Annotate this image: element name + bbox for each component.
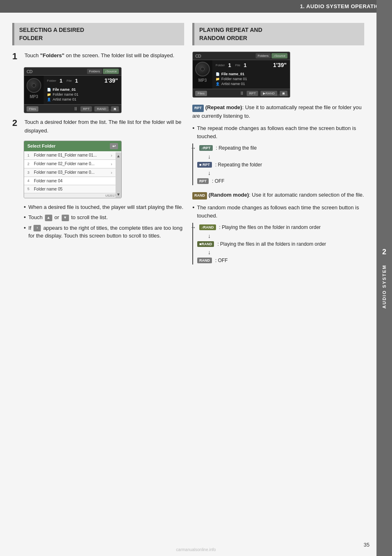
folder-name-4: Folder name 04 — [34, 179, 62, 183]
down-arrow-2: ↓ — [208, 170, 211, 176]
rpt-btn-3[interactable]: RPT — [247, 91, 258, 96]
screen-3-top-bar: CD Folders ♪Source — [193, 52, 290, 60]
random-mode-title: (Random mode) — [209, 192, 249, 198]
repeat-bullet-1: The repeat mode changes as follows each … — [192, 124, 364, 140]
file-list-1: 📄 File name_01 📁 Folder name 01 👤 Artist… — [44, 85, 121, 104]
scroll-up-icon[interactable]: ▲ — [45, 215, 52, 221]
pause-icon-3: ⏸ — [239, 90, 244, 96]
folder-rows-container: 1 Folder name 01_Folder name 01... › 2 F… — [24, 151, 116, 193]
folders-btn-3[interactable]: Folders — [256, 53, 271, 58]
ds-label-3: US2018DS — [274, 94, 288, 96]
folder-num-3: 1 — [228, 62, 231, 68]
disc-area-1: MP3 — [24, 76, 44, 104]
left-column: SELECTING A DESIRED FOLDER 1 Touch "Fold… — [12, 23, 184, 270]
time-val-3: 1'39" — [273, 62, 287, 68]
file-icon-3-2: 📁 — [216, 77, 220, 81]
step-2-number: 2 — [12, 118, 21, 135]
random-flow-row-2: ■RAND : Playing the files in all the fol… — [197, 240, 364, 248]
random-flow-row-3: RAND : OFF — [197, 256, 364, 265]
disc-area-3: MP3 — [193, 60, 212, 89]
random-down-1: ↓ — [197, 232, 364, 240]
screen-3-info: Folder 1 File 1 1'39" 📄 File name_01 — [212, 60, 290, 89]
random-down-arrow-2: ↓ — [208, 249, 211, 256]
rpt-folder-label: : Repeating the folder — [215, 162, 262, 168]
file-num-1: 1 — [75, 78, 78, 84]
bullet-3: If › appears to the right of titles, the… — [24, 224, 184, 240]
select-folder-title: Select Folder — [27, 143, 56, 148]
repeat-mode-title: (Repeat mode) — [205, 104, 242, 110]
two-column-layout: SELECTING A DESIRED FOLDER 1 Touch "Fold… — [12, 23, 364, 270]
file-name-3-3: Artist name 01 — [221, 82, 245, 86]
random-bullet-text: The random mode changes as follows each … — [197, 204, 364, 220]
rpt-btn-1[interactable]: RPT — [80, 106, 92, 112]
page-header: 1. AUDIO SYSTEM OPERATION — [0, 0, 392, 13]
random-flow-row-1: → ♪RAND : Playing the files on the folde… — [197, 223, 364, 232]
folder-arrow-2: › — [111, 161, 112, 166]
ds-label-2: US2017DS — [24, 193, 121, 198]
file-item-1-3: 👤 Artist name 01 — [47, 97, 118, 102]
repeat-flow-diagram: → ♪RPT : Repeating the file ↓ ■ RPT : Re… — [192, 143, 364, 185]
rand-file-label: : Playing the files on the folder in ran… — [219, 224, 321, 230]
rand-file-btn: ♪RAND — [199, 224, 216, 230]
folder-row-4[interactable]: 4 Folder name 04 — [24, 177, 116, 185]
folders-btn-1[interactable]: Folders — [87, 69, 102, 74]
folder-num-row-2: 2 — [27, 162, 34, 166]
step-1: 1 Touch "Folders" on the screen. The fol… — [12, 52, 184, 61]
down-arrow-1: ↓ — [208, 153, 211, 160]
screen-1: CD Folders ♪Source MP3 — [24, 67, 122, 113]
cd-icon: CD — [27, 69, 32, 74]
folder-label-3: Folder — [216, 63, 225, 67]
folder-row-1[interactable]: 1 Folder name 01_Folder name 01... › — [24, 151, 116, 160]
random-down-arrow-1: ↓ — [208, 233, 211, 239]
right-sidebar: 2 AUDIO SYSTEM — [376, 0, 392, 556]
repeat-mode-section: RPT (Repeat mode): Use it to automatical… — [192, 103, 364, 120]
files-btn-3[interactable]: Files — [195, 91, 207, 96]
random-flow-diagram: → ♪RAND : Playing the files on the folde… — [192, 223, 364, 265]
files-btn-1[interactable]: Files — [27, 106, 38, 112]
file-item-3-3: 👤 Artist name 01 — [216, 81, 287, 86]
folder-row-3[interactable]: 3 Folder name 03_Folder name 0... › — [24, 168, 116, 177]
folder-num-1: 1 — [60, 78, 62, 84]
cd-icon-3: CD — [195, 54, 201, 58]
repeat-bullet-text: The repeat mode changes as follows each … — [197, 124, 364, 140]
folder-num-row-3: 3 — [27, 170, 34, 175]
folder-row-2[interactable]: 2 Folder name 02_Folder name 0... › — [24, 160, 116, 168]
file-name-1-1: File name_01 — [53, 87, 76, 92]
file-name-1-2: Folder name 01 — [53, 92, 78, 96]
disc-inner-3 — [200, 67, 205, 71]
ds-label-1: US2015DS — [105, 109, 120, 112]
disc-icon-3 — [195, 62, 210, 76]
bullet-2: Touch ▲ or ▼ to scroll the list. — [24, 213, 184, 222]
folder-row-5[interactable]: 5 Folder name 05 — [24, 185, 116, 193]
folder-label-1: Folder — [47, 79, 56, 83]
folder-name-1: Folder name 01_Folder name 01... — [34, 153, 97, 157]
scroll-bar: ▲ ▼ — [116, 152, 121, 198]
step-1-number: 1 — [12, 52, 21, 61]
repeat-bullet-list: The repeat mode changes as follows each … — [192, 124, 364, 140]
rpt-off-btn: RPT — [197, 178, 209, 184]
back-button[interactable]: ↩ — [110, 143, 118, 149]
folder-num-row-1: 1 — [27, 153, 34, 157]
random-down-2: ↓ — [197, 248, 364, 256]
folder-num-row-4: 4 — [27, 179, 34, 183]
file-name-1-3: Artist name 01 — [53, 97, 76, 101]
folder-arrow-3: › — [111, 170, 112, 175]
scroll-up-btn[interactable]: ▲ — [116, 154, 120, 158]
file-item-1-1: 📄 File name_01 — [47, 87, 118, 92]
folder-num-row-5: 5 — [27, 187, 34, 191]
sidebar-label: AUDIO SYSTEM — [382, 265, 387, 309]
main-content: SELECTING A DESIRED FOLDER 1 Touch "Fold… — [0, 13, 376, 287]
random-bullet-list: The random mode changes as follows each … — [192, 204, 364, 220]
scroll-down-btn[interactable]: ▼ — [116, 192, 120, 197]
source-btn-1[interactable]: ♪Source — [103, 69, 119, 74]
expand-icon[interactable]: › — [33, 225, 41, 231]
mp3-label-3: MP3 — [193, 78, 212, 84]
folder-arrow-1: › — [111, 153, 112, 158]
step-2-text: Touch a desired folder from the list. Th… — [24, 118, 184, 135]
file-icon-3-1: 📄 — [216, 72, 220, 76]
scroll-down-icon[interactable]: ▼ — [62, 215, 69, 221]
source-btn-3[interactable]: ♪Source — [272, 53, 287, 58]
bullet-1-text: When a desired file is touched, the play… — [28, 203, 183, 211]
bullet-1: When a desired file is touched, the play… — [24, 203, 184, 211]
left-section-header: SELECTING A DESIRED FOLDER — [12, 23, 184, 45]
